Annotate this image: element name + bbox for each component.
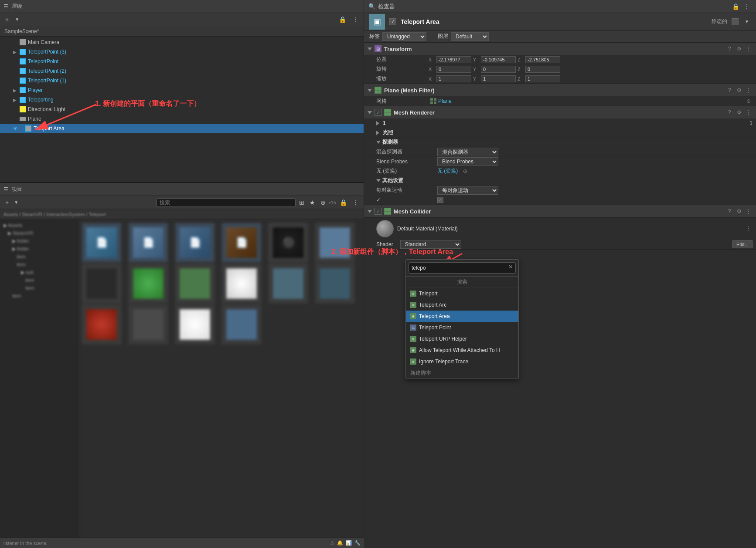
tree-sub5[interactable]: ▶ sub: [0, 268, 78, 276]
static-checkbox[interactable]: [732, 18, 739, 25]
tree-sub7[interactable]: item: [0, 284, 78, 292]
inspector-lock-btn[interactable]: 🔒: [732, 3, 739, 10]
mesh-renderer-settings-btn[interactable]: ⚙: [735, 108, 743, 116]
search-clear-btn[interactable]: ✕: [508, 264, 513, 270]
hierarchy-item-player[interactable]: ▶ Player: [0, 85, 364, 95]
result-ignore-teleport[interactable]: # Ignore Teleport Trace: [406, 356, 518, 367]
asset-item[interactable]: [315, 223, 354, 262]
hierarchy-item-teleport-area[interactable]: 👁 Teleport Area: [0, 124, 364, 133]
result-teleport-urp[interactable]: # Teleport URP Helper: [406, 333, 518, 345]
hierarchy-item-main-camera[interactable]: Main Camera: [0, 37, 364, 47]
reflection-probe-dropdown[interactable]: Blend Probes: [437, 157, 498, 166]
dropdown-button[interactable]: ▼: [13, 16, 21, 23]
tag-dropdown[interactable]: Untagged: [382, 32, 426, 41]
hierarchy-item-directional-light[interactable]: Directional Light: [0, 105, 364, 114]
project-more-btn[interactable]: ⋮: [351, 198, 360, 207]
scale-z-input[interactable]: [525, 75, 560, 82]
hierarchy-item-teleport3[interactable]: ▶ TeleportPoint (3): [0, 47, 364, 57]
add-button[interactable]: +: [3, 15, 10, 24]
hierarchy-item-teleport2[interactable]: TeleportPoint (2): [0, 66, 364, 76]
hierarchy-item-teleport[interactable]: TeleportPoint: [0, 57, 364, 66]
mesh-collider-checkbox[interactable]: ✓: [375, 208, 381, 215]
component-search-input[interactable]: [409, 262, 516, 274]
other-settings-row[interactable]: 其他设置: [364, 176, 756, 186]
project-search-input[interactable]: [157, 198, 296, 207]
material-more-btn[interactable]: ⋮: [745, 225, 753, 233]
position-x-input[interactable]: [436, 56, 471, 63]
object-dropdown-btn[interactable]: ▼: [743, 18, 751, 25]
tree-sub4[interactable]: item: [0, 260, 78, 268]
asset-item[interactable]: 📄: [222, 223, 261, 262]
rotation-y-input[interactable]: [481, 66, 516, 73]
project-lock-btn[interactable]: 🔒: [338, 198, 349, 207]
anchor-select-btn[interactable]: ⊙: [461, 167, 469, 175]
tree-assets[interactable]: ▶ Assets: [0, 221, 78, 229]
mesh-select-btn[interactable]: ⊙: [745, 97, 753, 105]
project-filter-btn[interactable]: ⊕: [319, 198, 327, 207]
asset-item[interactable]: 📄: [82, 223, 121, 262]
mesh-renderer-help-btn[interactable]: ?: [725, 108, 733, 116]
position-z-input[interactable]: [525, 56, 560, 63]
tree-sub1[interactable]: ▶ folder: [0, 237, 78, 245]
transform-settings-btn[interactable]: ⚙: [735, 45, 743, 53]
lighting-row[interactable]: 光照: [364, 128, 756, 138]
rotation-x-input[interactable]: [436, 66, 471, 73]
asset-item[interactable]: [129, 305, 168, 344]
mesh-value[interactable]: Plane: [438, 98, 452, 104]
mesh-renderer-checkbox[interactable]: ✓: [375, 109, 381, 116]
transform-more-btn[interactable]: ⋮: [745, 45, 753, 53]
mesh-collider-more-btn[interactable]: ⋮: [745, 207, 753, 215]
result-teleport-arc[interactable]: # Teleport Arc: [406, 299, 518, 311]
lock-button[interactable]: 🔒: [337, 15, 348, 24]
scale-x-input[interactable]: [436, 75, 471, 82]
transform-header[interactable]: ⊞ Transform ? ⚙ ⋮: [364, 43, 756, 55]
mesh-filter-settings-btn[interactable]: ⚙: [735, 86, 743, 94]
dynamic-occlusion-checkbox[interactable]: ✓: [437, 197, 443, 203]
asset-item[interactable]: 📄: [129, 223, 168, 262]
asset-item[interactable]: [175, 305, 215, 344]
mesh-collider-help-btn[interactable]: ?: [725, 207, 733, 215]
position-y-input[interactable]: [481, 56, 516, 63]
asset-item[interactable]: ⚫: [269, 223, 308, 262]
motion-vectors-dropdown[interactable]: 每对象运动: [437, 186, 498, 195]
asset-item[interactable]: [222, 264, 261, 303]
mesh-filter-more-btn[interactable]: ⋮: [745, 86, 753, 94]
layer-dropdown[interactable]: Default: [451, 32, 489, 41]
edit-shader-btn[interactable]: Edit...: [732, 240, 753, 248]
mesh-filter-help-btn[interactable]: ?: [725, 86, 733, 94]
more-button[interactable]: ⋮: [351, 15, 360, 24]
tree-sub6[interactable]: item: [0, 276, 78, 284]
scale-y-input[interactable]: [481, 75, 516, 82]
project-dropdown-btn[interactable]: ▼: [12, 199, 20, 206]
asset-item[interactable]: [82, 305, 121, 344]
mesh-collider-settings-btn[interactable]: ⚙: [735, 207, 743, 215]
new-script-btn[interactable]: 新建脚本: [406, 367, 518, 379]
project-menu-icon[interactable]: ☰: [3, 186, 8, 193]
transform-help-btn[interactable]: ?: [725, 45, 733, 53]
result-teleport-point[interactable]: ♨ Teleport Point: [406, 322, 518, 333]
tree-sub8[interactable]: item: [0, 292, 78, 300]
project-layout-btn[interactable]: ⊞: [297, 198, 306, 207]
asset-item[interactable]: [269, 264, 308, 303]
mesh-collider-header[interactable]: ✓ Mesh Collider ? ⚙ ⋮: [364, 205, 756, 217]
tree-sub2[interactable]: ▶ folder: [0, 245, 78, 253]
hierarchy-item-plane[interactable]: Plane: [0, 114, 364, 124]
mesh-renderer-header[interactable]: ✓ Mesh Renderer ? ⚙ ⋮: [364, 106, 756, 118]
mesh-filter-header[interactable]: Plane (Mesh Filter) ? ⚙ ⋮: [364, 84, 756, 96]
hierarchy-menu-icon[interactable]: ☰: [3, 3, 8, 10]
materials-row[interactable]: 1 1: [364, 118, 756, 128]
shader-dropdown[interactable]: Standard: [400, 240, 461, 249]
project-favorites-btn[interactable]: ★: [308, 198, 317, 207]
hierarchy-item-teleport1[interactable]: TeleportPoint (1): [0, 76, 364, 85]
asset-item[interactable]: [315, 264, 354, 303]
result-teleport[interactable]: # Teleport: [406, 288, 518, 299]
tree-sub3[interactable]: item: [0, 253, 78, 260]
asset-item[interactable]: [222, 305, 261, 344]
hierarchy-item-teleporting[interactable]: ▶ Teleporting: [0, 95, 364, 105]
mesh-renderer-more-btn[interactable]: ⋮: [745, 108, 753, 116]
result-allow-teleport[interactable]: # Allow Teleport While Attached To H: [406, 345, 518, 356]
rotation-z-input[interactable]: [525, 66, 560, 73]
project-add-btn[interactable]: +: [3, 198, 10, 207]
result-teleport-area[interactable]: # Teleport Area: [406, 311, 518, 322]
asset-item[interactable]: [175, 264, 215, 303]
